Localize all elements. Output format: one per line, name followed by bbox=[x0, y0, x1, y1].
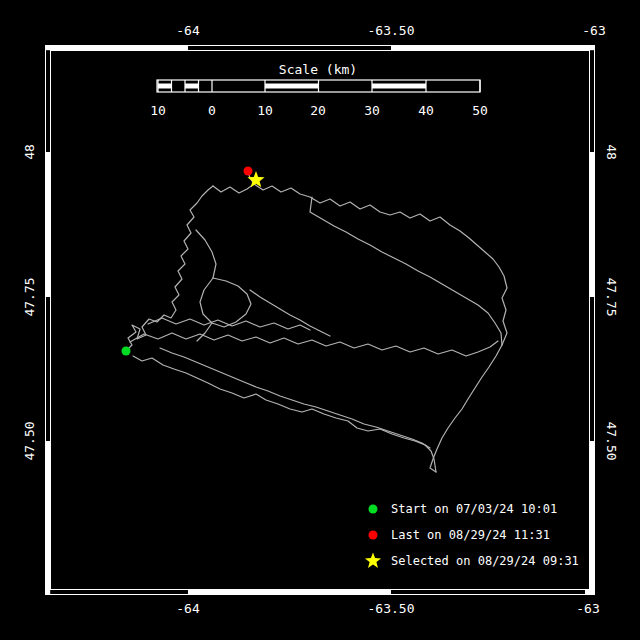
y-axis-tick-label-left: 47.50 bbox=[23, 421, 36, 460]
scale-bar-fill-segment bbox=[265, 84, 319, 89]
x-axis-tick-label-top: -64 bbox=[176, 24, 199, 37]
y-axis-tick-label-left: 47.75 bbox=[23, 277, 36, 316]
scale-bar-fill-segment bbox=[158, 84, 172, 89]
track-polyline bbox=[126, 186, 213, 351]
scale-bar-tick-label: 10 bbox=[257, 104, 273, 117]
track-polyline bbox=[213, 184, 507, 345]
x-axis-tick-label-bottom: -63.50 bbox=[368, 602, 415, 615]
frame-zebra-right bbox=[590, 441, 594, 595]
frame-zebra-top bbox=[45, 46, 188, 50]
x-axis-tick-label-top: -63 bbox=[582, 24, 605, 37]
x-axis-tick-label-top: -63.50 bbox=[368, 24, 415, 37]
frame-zebra-bottom bbox=[188, 590, 391, 594]
last-marker bbox=[244, 167, 253, 176]
frame-zebra-left bbox=[46, 152, 50, 297]
legend-marker-last bbox=[369, 531, 378, 540]
legend-marker-start bbox=[369, 505, 378, 514]
x-axis-tick-label-bottom: -64 bbox=[176, 602, 199, 615]
frame-zebra-left bbox=[46, 441, 50, 595]
frame-zebra-right bbox=[590, 152, 594, 297]
track-polyline bbox=[430, 345, 502, 472]
frame-zebra-top bbox=[391, 46, 595, 50]
legend-marker-selected bbox=[365, 553, 381, 568]
legend-label-last: Last on 08/29/24 11:31 bbox=[391, 529, 550, 541]
scale-bar-tick-label: 30 bbox=[364, 104, 380, 117]
scale-bar-tick-label: 10 bbox=[150, 104, 166, 117]
scale-bar-fill-segment bbox=[185, 84, 199, 89]
scale-bar-tick-label: 0 bbox=[208, 104, 216, 117]
legend-label-selected: Selected on 08/29/24 09:31 bbox=[391, 555, 579, 567]
plot-canvas bbox=[0, 0, 640, 640]
track-polyline bbox=[148, 318, 310, 330]
y-axis-tick-label-right: 48 bbox=[605, 144, 618, 160]
track-polyline bbox=[130, 333, 498, 356]
legend-label-start: Start on 07/03/24 10:01 bbox=[391, 503, 557, 515]
track-map-figure: -64 -63.50 -63 -64 -63.50 -63 48 47.75 4… bbox=[0, 0, 640, 640]
scale-bar-title: Scale (km) bbox=[279, 63, 357, 76]
track-polyline bbox=[133, 356, 436, 472]
scale-bar-fill-segment bbox=[372, 84, 426, 89]
track-polyline bbox=[250, 290, 330, 336]
scale-bar-tick-label: 40 bbox=[418, 104, 434, 117]
track-polyline bbox=[200, 278, 251, 327]
scale-bar-tick-label: 50 bbox=[472, 104, 488, 117]
track-polyline bbox=[310, 197, 502, 345]
x-axis-tick-label-bottom: -63 bbox=[576, 602, 599, 615]
track-polyline bbox=[196, 230, 216, 278]
y-axis-tick-label-left: 48 bbox=[23, 144, 36, 160]
y-axis-tick-label-right: 47.75 bbox=[605, 277, 618, 316]
scale-bar-tick-label: 20 bbox=[310, 104, 326, 117]
y-axis-tick-label-right: 47.50 bbox=[605, 421, 618, 460]
start-marker bbox=[122, 347, 131, 356]
